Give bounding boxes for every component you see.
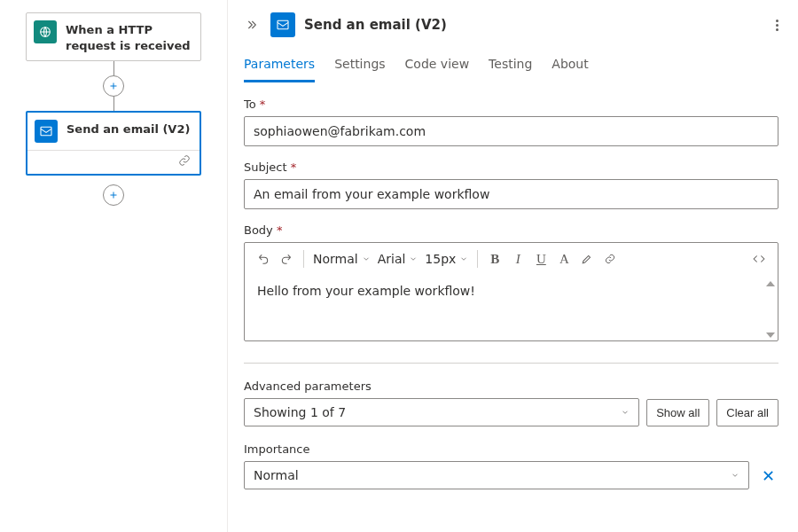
show-all-button[interactable]: Show all: [646, 399, 709, 426]
body-editor: Normal Arial 15px: [244, 242, 778, 341]
tab-about[interactable]: About: [552, 53, 588, 82]
redo-button[interactable]: [277, 248, 296, 270]
chevron-down-icon: [621, 408, 630, 417]
editor-toolbar: Normal Arial 15px: [245, 243, 778, 275]
importance-label: Importance: [244, 442, 778, 456]
panel-outlook-icon: [270, 12, 295, 37]
connector-1: [16, 61, 211, 111]
outlook-icon: [35, 120, 58, 143]
tab-parameters[interactable]: Parameters: [244, 53, 315, 82]
subject-input[interactable]: [244, 179, 778, 209]
clear-all-button[interactable]: Clear all: [716, 399, 778, 426]
details-panel: Send an email (V2) Parameters Settings C…: [227, 0, 798, 532]
subject-label: Subject *: [244, 160, 778, 174]
link-icon: [178, 154, 191, 167]
style-select[interactable]: Normal: [311, 252, 372, 266]
node-http-title: When a HTTP request is received: [66, 20, 192, 53]
advanced-params-select[interactable]: Showing 1 of 7: [244, 398, 639, 426]
node-email-title: Send an email (V2): [66, 120, 190, 137]
highlight-button[interactable]: [577, 248, 597, 270]
divider: [244, 363, 778, 364]
italic-button[interactable]: I: [508, 248, 528, 270]
advanced-params-label: Advanced parameters: [244, 379, 639, 393]
to-label: To *: [244, 98, 778, 111]
chevron-down-icon: [731, 471, 739, 480]
tab-codeview[interactable]: Code view: [405, 53, 470, 82]
node-send-email[interactable]: Send an email (V2): [26, 111, 201, 176]
font-color-button[interactable]: A: [554, 248, 574, 270]
font-select[interactable]: Arial: [376, 252, 420, 266]
node-http-trigger[interactable]: When a HTTP request is received: [26, 12, 201, 61]
body-label: Body *: [244, 223, 778, 237]
workflow-canvas: When a HTTP request is received Send an …: [0, 0, 227, 532]
parameters-form: To * Subject * Body *: [244, 98, 782, 532]
remove-importance-button[interactable]: ✕: [758, 466, 778, 485]
add-step-button-1[interactable]: [103, 75, 124, 97]
code-view-button[interactable]: [749, 248, 769, 270]
scroll-up-icon[interactable]: [766, 281, 775, 286]
more-menu-button[interactable]: [772, 16, 782, 35]
svg-rect-1: [41, 127, 51, 135]
tab-testing[interactable]: Testing: [489, 53, 532, 82]
collapse-panel-button[interactable]: [244, 16, 262, 34]
chevron-down-icon: [459, 254, 468, 263]
add-step-button-2[interactable]: [103, 184, 124, 206]
undo-button[interactable]: [254, 248, 273, 270]
scroll-down-icon[interactable]: [766, 332, 775, 338]
body-content: Hello from your example workflow!: [257, 284, 475, 298]
underline-button[interactable]: U: [531, 248, 551, 270]
kebab-icon: [776, 20, 778, 31]
body-textarea[interactable]: Hello from your example workflow!: [245, 275, 778, 340]
to-input[interactable]: [244, 116, 778, 146]
http-trigger-icon: [34, 20, 57, 43]
chevron-down-icon: [409, 254, 418, 263]
tab-settings[interactable]: Settings: [334, 53, 385, 82]
chevron-down-icon: [362, 254, 371, 263]
bold-button[interactable]: B: [485, 248, 505, 270]
panel-title: Send an email (V2): [304, 17, 763, 33]
panel-tabs: Parameters Settings Code view Testing Ab…: [244, 53, 782, 82]
size-select[interactable]: 15px: [423, 252, 470, 266]
importance-select[interactable]: Normal: [244, 461, 749, 489]
link-button[interactable]: [600, 248, 620, 270]
svg-rect-2: [278, 20, 288, 28]
